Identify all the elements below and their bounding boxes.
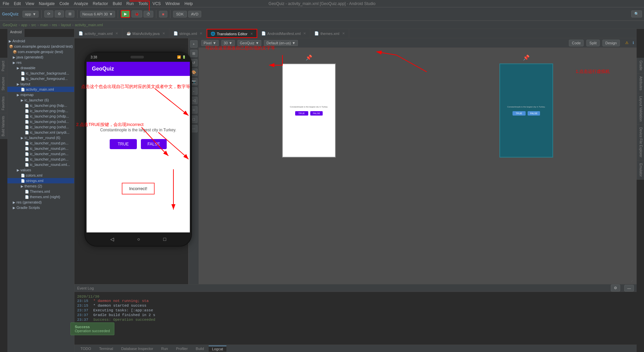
tab-translations-editor[interactable]: 🌐 Translations Editor ✕ <box>207 29 257 38</box>
menu-code[interactable]: Code <box>59 1 69 6</box>
tree-item[interactable]: 📄ic_launcher_round.pn... <box>7 140 74 146</box>
split-view-btn[interactable]: Split <box>586 40 599 46</box>
tree-item[interactable]: ▶layout <box>7 81 74 87</box>
code-view-btn[interactable]: Code <box>569 40 584 46</box>
bottom-tab-database-inspector[interactable]: Database Inspector <box>118 346 156 351</box>
tree-item[interactable]: 📦com.example.geoquiz (android test) <box>7 44 74 49</box>
menu-window[interactable]: Window <box>165 1 180 6</box>
tree-item[interactable]: ▶themes (2) <box>7 183 74 189</box>
debug-button[interactable]: 🐞 <box>131 10 142 17</box>
tree-item[interactable]: ▶Gradle Scripts <box>7 205 74 210</box>
bottom-tab-run[interactable]: Run <box>158 346 171 351</box>
tree-item[interactable]: ▶drawable <box>7 65 74 71</box>
true-button[interactable]: TRUE <box>110 139 137 149</box>
menu-build[interactable]: Build <box>113 1 122 6</box>
zoom-fit-btn[interactable]: ⊞ <box>190 50 198 57</box>
menu-run[interactable]: Run <box>126 1 134 6</box>
emulator-vtab[interactable]: Emulator <box>637 161 644 180</box>
avd-manager-btn[interactable]: AVD <box>188 11 202 17</box>
favorites-vtab[interactable]: Favorites <box>0 93 7 113</box>
resize-handle[interactable]: ⟋ <box>199 278 637 284</box>
bread-src[interactable]: src <box>31 23 36 27</box>
menu-tools[interactable]: Tools <box>139 1 148 6</box>
device-file-explorer-vtab[interactable]: Device File Explorer <box>637 125 644 160</box>
build-variants-vtab[interactable]: Build Variants <box>0 113 7 139</box>
project-vtab[interactable]: Project <box>0 58 7 74</box>
attributes-vtab[interactable]: Attributes <box>637 74 644 93</box>
menu-vcs[interactable]: VCS <box>153 1 161 6</box>
menu-help[interactable]: Help <box>184 1 193 6</box>
tree-item[interactable]: ▶ic_launcher_round (6) <box>7 135 74 140</box>
profile-button[interactable]: ⏱ <box>144 11 153 17</box>
event-log-settings[interactable]: ⚙ <box>611 284 620 292</box>
tree-item[interactable]: 📄ic_launcher.png (xxhd... <box>7 124 74 130</box>
tree-item[interactable]: 📄ic_launcher.xml (anydi... <box>7 130 74 135</box>
home-btn[interactable]: ○ <box>137 236 140 242</box>
menu-navigate[interactable]: Navigate <box>39 1 55 6</box>
android-tab[interactable]: Android <box>7 29 24 37</box>
tab-activity-main[interactable]: 📄 activity_main.xml ✕ <box>74 29 122 38</box>
tab-mainactivity[interactable]: ☕ MainActivity.java ✕ <box>122 29 169 38</box>
tree-item[interactable]: ▶java (generated) <box>7 54 74 60</box>
tree-item[interactable]: ▶ic_launcher (6) <box>7 97 74 103</box>
tree-item[interactable]: 📄activity_main.xml <box>7 87 74 92</box>
bread-layout[interactable]: layout <box>61 23 71 27</box>
bottom-tab-logcat[interactable]: Logcat <box>209 346 226 352</box>
bread-file[interactable]: activity_main.xml <box>75 23 103 27</box>
back-btn[interactable]: ◁ <box>110 236 114 242</box>
tab-androidmanifest[interactable]: 📄 AndroidManifest.xml ✕ <box>257 29 311 38</box>
app-dropdown-preview[interactable]: GeoQuiz ▼ <box>237 40 261 46</box>
settings-btn[interactable]: ⚙ <box>55 10 64 17</box>
tree-item[interactable]: 📄ic_launcher.png (mdp... <box>7 108 74 114</box>
tree-item[interactable]: 📄ic_launcher_foreground... <box>7 76 74 81</box>
bottom-tab-build[interactable]: Build <box>193 346 207 351</box>
structure-vtab[interactable]: Structure <box>0 74 7 93</box>
false-button[interactable]: FALSE <box>141 139 167 149</box>
bottom-tab-profiler[interactable]: Profiler <box>173 346 191 351</box>
bread-main[interactable]: main <box>40 23 48 27</box>
bread-geoquiz[interactable]: GeoQuiz <box>3 23 17 27</box>
run-button[interactable]: ▶ <box>121 10 130 18</box>
bottom-tab-todo[interactable]: TODO <box>77 346 95 351</box>
sync-btn[interactable]: ⟳ <box>44 10 53 17</box>
tree-item[interactable]: 📄Themes.xml <box>7 189 74 194</box>
device-false-btn[interactable]: FALSE <box>310 111 323 116</box>
tree-item[interactable]: 📄themes.xml (night) <box>7 194 74 200</box>
tree-item[interactable]: 📄ic_launcher_background... <box>7 71 74 76</box>
tree-item[interactable]: 📦com.example.geoquiz (test) <box>7 49 74 54</box>
design-view-btn[interactable]: Design <box>602 40 620 46</box>
tree-item[interactable]: 📄strings.xml <box>7 178 74 183</box>
menu-refactor[interactable]: Refactor <box>93 1 108 6</box>
device-dropdown[interactable]: Nexus 6 API 30 ▼ <box>80 11 115 17</box>
menu-analyze[interactable]: Analyze <box>74 1 88 6</box>
tree-item[interactable]: ▶res (generated) <box>7 200 74 205</box>
recent-btn[interactable]: □ <box>163 236 166 242</box>
tree-item[interactable]: ▶res <box>7 60 74 65</box>
menu-edit[interactable]: Edit <box>14 1 21 6</box>
tab-strings[interactable]: 📄 strings.xml ✕ <box>169 29 207 38</box>
menu-file[interactable]: File <box>3 1 9 6</box>
tree-item[interactable]: ▶mipmap <box>7 92 74 97</box>
bread-app[interactable]: app <box>21 23 27 27</box>
tree-item[interactable]: ▶values <box>7 167 74 173</box>
tree-item[interactable]: 📄ic_launcher.png (hdp... <box>7 103 74 108</box>
locale-dropdown[interactable]: Default (en-us) ▼ <box>264 40 298 46</box>
tree-item[interactable]: 📄ic_launcher.png (xhdp... <box>7 114 74 119</box>
app-dropdown[interactable]: app ▼ <box>22 11 38 17</box>
tree-item[interactable]: 📄ic_launcher_round.xml... <box>7 162 74 167</box>
tab-themes[interactable]: 📄 themes.xml ✕ <box>310 29 349 38</box>
stop-button[interactable]: ■ <box>159 11 167 17</box>
layout-validation-vtab[interactable]: Layout Validation <box>637 93 644 125</box>
event-log-close[interactable]: — <box>624 285 634 292</box>
tree-item[interactable]: 📄ic_launcher_round.pn... <box>7 151 74 157</box>
layout-btn[interactable]: ⊞ <box>65 10 74 17</box>
bottom-tab-terminal[interactable]: Terminal <box>96 346 117 351</box>
search-everywhere-btn[interactable]: 🔍 <box>631 10 642 17</box>
bread-res[interactable]: res <box>52 23 57 27</box>
device-true-btn-dark[interactable]: TRUE <box>513 111 526 116</box>
gradle-vtab[interactable]: Gradle <box>637 58 644 74</box>
zoom-in-btn[interactable]: + <box>190 40 198 48</box>
menu-view[interactable]: View <box>25 1 34 6</box>
pixel-dropdown[interactable]: Pixel ▼ <box>201 40 219 46</box>
tree-item[interactable]: 📄ic_launcher.png (xxhd... <box>7 119 74 124</box>
